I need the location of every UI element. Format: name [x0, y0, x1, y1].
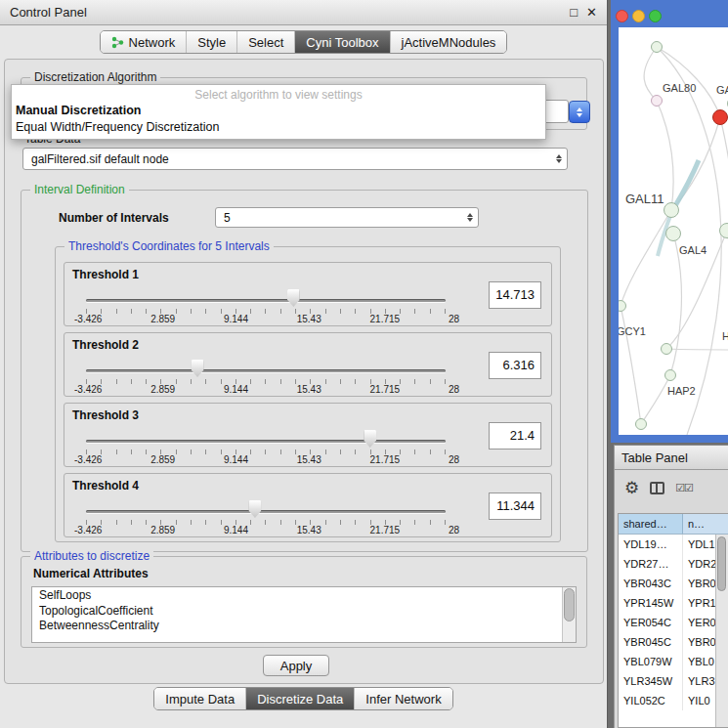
column-header-shared-name[interactable]: shared… [619, 514, 683, 534]
column-header-name[interactable]: n… [683, 514, 728, 534]
network-node[interactable] [664, 369, 676, 381]
scale-label: 21.715 [370, 314, 401, 324]
threshold-2-value-field[interactable]: 6.316 [489, 352, 541, 379]
threshold-2-slider[interactable]: -3.4262.8599.14415.4321.71528 [86, 357, 446, 396]
combobox-stepper-icon[interactable] [569, 101, 590, 123]
tab-impute-data[interactable]: Impute Data [154, 688, 245, 709]
close-icon[interactable]: ✕ [586, 6, 597, 19]
tab-label: Discretize Data [257, 692, 343, 707]
top-tab-group: Network Style Select Cyni Toolbox jActiv… [100, 30, 508, 54]
tab-discretize-data[interactable]: Discretize Data [245, 688, 354, 709]
table-row[interactable]: YBR043CYBR0 [619, 574, 728, 593]
scale-label: 2.859 [150, 454, 175, 465]
network-node[interactable] [635, 418, 647, 430]
table-cell[interactable]: YBR043C [619, 574, 683, 593]
tab-jactivemnodules[interactable]: jActiveMNodules [390, 31, 507, 53]
slider-scale: -3.4262.8599.14415.4321.71528 [74, 454, 459, 465]
gear-icon[interactable]: ⚙ [624, 480, 639, 496]
control-panel-titlebar[interactable]: Control Panel □ ✕ [0, 0, 607, 25]
node-label: GCY1 [619, 325, 646, 337]
interval-definition-group: Interval Definition Number of Intervals … [21, 190, 588, 552]
table-row[interactable]: YPR145WYPR1 [619, 593, 728, 613]
slider-thumb[interactable] [287, 289, 300, 307]
close-traffic-light-icon[interactable] [616, 10, 628, 22]
slider-thumb[interactable] [364, 430, 376, 448]
slider-track[interactable] [86, 440, 446, 443]
table-cell[interactable]: YLR345W [619, 671, 683, 691]
threshold-1-value-field[interactable]: 14.713 [489, 281, 541, 309]
node-label: HAP2 [667, 385, 696, 397]
network-node[interactable] [719, 223, 728, 238]
list-item[interactable]: BetweennessCentrality [32, 619, 562, 634]
table-cell[interactable]: YPR145W [619, 593, 683, 613]
table-row[interactable]: YBL079WYBL0 [619, 652, 728, 671]
window-controls: □ ✕ [570, 6, 597, 19]
table-cell[interactable]: YBR045C [619, 632, 683, 652]
table-row[interactable]: YER054CYER0 [619, 613, 728, 632]
scale-label: 9.144 [224, 525, 248, 535]
slider-thumb[interactable] [192, 360, 204, 377]
slider-track[interactable] [86, 510, 446, 513]
table-row[interactable]: YIL052CYIL0 [619, 691, 728, 710]
table-cell[interactable]: YDL19… [619, 535, 683, 554]
network-node[interactable] [712, 109, 728, 125]
list-item[interactable]: TopologicalCoefficient [32, 604, 562, 620]
list-scrollbar[interactable] [562, 587, 576, 642]
network-node[interactable] [661, 343, 672, 355]
tab-network[interactable]: Network [101, 31, 187, 53]
table-row[interactable]: YDR27…YDR2 [619, 554, 728, 574]
table-cell[interactable]: YBL079W [619, 652, 683, 671]
threshold-3-value-field[interactable]: 21.4 [489, 422, 541, 450]
threshold-4-value-field[interactable]: 11.344 [489, 492, 541, 520]
number-of-intervals-combobox[interactable]: 5 [215, 207, 479, 228]
scrollbar-thumb[interactable] [564, 588, 575, 621]
scale-label: 15.43 [297, 525, 321, 535]
threshold-label: Threshold 2 [72, 338, 139, 352]
network-canvas[interactable]: GAL80GAGAL11GAL4GCY1HHAP2 [619, 27, 728, 435]
columns-icon[interactable] [650, 482, 664, 494]
scale-label: 2.859 [150, 314, 175, 324]
slider-track[interactable] [86, 299, 446, 302]
dropdown-option-equal-width-frequency[interactable]: Equal Width/Frequency Discretization [12, 119, 545, 136]
select-columns-icon[interactable]: ☑☑ [675, 482, 693, 494]
threshold-3-slider[interactable]: -3.4262.8599.14415.4321.71528 [86, 427, 446, 466]
combobox-value: 5 [224, 211, 465, 225]
table-data-combobox[interactable]: galFiltered.sif default node [22, 148, 568, 170]
window-title: Control Panel [10, 5, 87, 20]
bottom-tabbar: Impute Data Discretize Data Infer Networ… [0, 687, 607, 710]
dropdown-option-manual-discretization[interactable]: Manual Discretization [12, 103, 545, 119]
combobox-arrows-icon [465, 210, 474, 225]
table-row[interactable]: YLR345WYLR3 [619, 671, 728, 691]
list-item[interactable]: SelfLoops [32, 588, 562, 604]
scrollbar-thumb[interactable] [717, 536, 726, 591]
combobox-value: galFiltered.sif default node [31, 152, 554, 166]
table-row[interactable]: YBR045CYBR0 [619, 632, 728, 652]
tab-select[interactable]: Select [236, 31, 294, 53]
tab-style[interactable]: Style [186, 31, 236, 53]
table-scrollbar[interactable] [715, 535, 728, 727]
minimize-traffic-light-icon[interactable] [632, 10, 645, 22]
threshold-1-slider[interactable]: -3.4262.8599.14415.4321.71528 [86, 286, 446, 325]
table-row[interactable]: YDL19…YDL1 [619, 535, 728, 554]
tab-infer-network[interactable]: Infer Network [354, 688, 451, 709]
threshold-label: Threshold 4 [72, 479, 139, 492]
table-cell[interactable]: YER054C [619, 613, 683, 632]
group-title: Attributes to discretize [30, 549, 153, 563]
tab-cyni-toolbox[interactable]: Cyni Toolbox [294, 31, 389, 53]
threshold-4-slider[interactable]: -3.4262.8599.14415.4321.71528 [86, 497, 446, 536]
table-cell[interactable]: YDR27… [619, 554, 683, 574]
table-cell[interactable]: YIL052C [619, 691, 683, 710]
network-node[interactable] [651, 41, 663, 53]
network-node[interactable] [665, 226, 681, 241]
tab-label: Impute Data [165, 692, 235, 707]
network-node[interactable] [664, 202, 679, 218]
slider-thumb[interactable] [248, 500, 261, 518]
network-node[interactable] [651, 95, 663, 107]
apply-button[interactable]: Apply [263, 655, 329, 676]
table-panel-titlebar[interactable]: Table Panel [614, 445, 728, 470]
threshold-label: Threshold 3 [72, 408, 139, 422]
slider-track[interactable] [86, 369, 446, 372]
zoom-traffic-light-icon[interactable] [649, 10, 662, 22]
minimize-icon[interactable]: □ [570, 6, 578, 19]
numerical-attributes-list[interactable]: SelfLoopsTopologicalCoefficientBetweenne… [31, 586, 577, 643]
